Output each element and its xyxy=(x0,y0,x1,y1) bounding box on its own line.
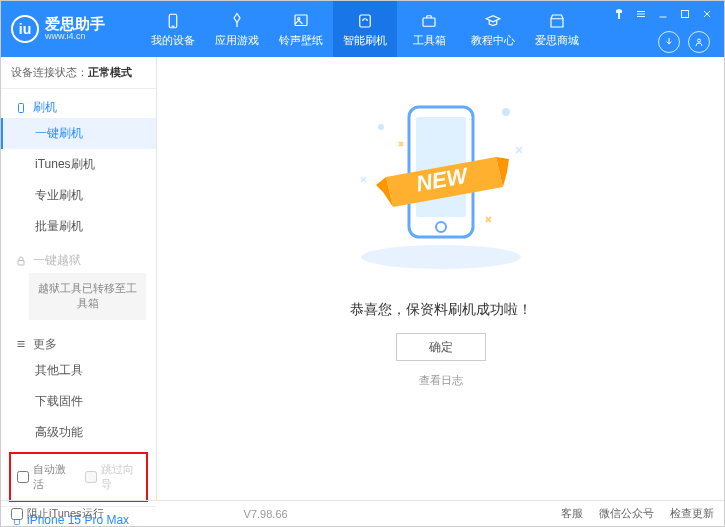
sidebar: 设备连接状态：正常模式 刷机 一键刷机 iTunes刷机 专业刷机 批量刷机 一… xyxy=(1,57,157,500)
ok-button[interactable]: 确定 xyxy=(396,333,486,361)
status-label: 设备连接状态： xyxy=(11,66,88,78)
svg-rect-5 xyxy=(360,15,371,27)
svg-point-14 xyxy=(698,39,701,42)
sidebar-item-advanced[interactable]: 高级功能 xyxy=(1,417,156,448)
svg-point-21 xyxy=(361,245,521,269)
view-log-link[interactable]: 查看日志 xyxy=(419,373,463,388)
nav-apps-games[interactable]: 应用游戏 xyxy=(205,1,269,57)
status-value: 正常模式 xyxy=(88,66,132,78)
success-message: 恭喜您，保资料刷机成功啦！ xyxy=(350,301,532,319)
svg-rect-15 xyxy=(19,103,24,112)
nav-label: 应用游戏 xyxy=(215,33,259,48)
phone-icon xyxy=(15,102,27,114)
refresh-icon xyxy=(355,11,375,31)
header-actions xyxy=(658,31,710,53)
checkbox-auto-activate[interactable]: 自动激活 xyxy=(17,462,73,492)
success-illustration: NEW xyxy=(331,87,551,287)
lock-icon xyxy=(15,255,27,267)
close-icon[interactable] xyxy=(700,7,714,21)
svg-point-22 xyxy=(378,124,384,130)
nav-label: 智能刷机 xyxy=(343,33,387,48)
svg-point-23 xyxy=(502,108,510,116)
skin-icon[interactable] xyxy=(612,7,626,21)
sidebar-item-oneclick-flash[interactable]: 一键刷机 xyxy=(1,118,156,149)
sidebar-item-batch-flash[interactable]: 批量刷机 xyxy=(1,211,156,242)
sidebar-item-other-tools[interactable]: 其他工具 xyxy=(1,355,156,386)
checkbox-highlight-box: 自动激活 跳过向导 xyxy=(9,452,148,502)
nav-ringtones[interactable]: 铃声壁纸 xyxy=(269,1,333,57)
main-content: NEW 恭喜您，保资料刷机成功啦！ 确定 查看日志 xyxy=(157,57,724,500)
svg-rect-3 xyxy=(295,15,307,26)
nav-store[interactable]: 爱思商城 xyxy=(525,1,589,57)
maximize-icon[interactable] xyxy=(678,7,692,21)
nav-tutorials[interactable]: 教程中心 xyxy=(461,1,525,57)
menu-icon[interactable] xyxy=(634,7,648,21)
section-label: 一键越狱 xyxy=(33,252,81,269)
footer-check-update[interactable]: 检查更新 xyxy=(670,506,714,521)
cb-label: 自动激活 xyxy=(33,462,73,492)
nav-my-device[interactable]: 我的设备 xyxy=(141,1,205,57)
footer-wechat[interactable]: 微信公众号 xyxy=(599,506,654,521)
phone-icon xyxy=(163,11,183,31)
nav-label: 教程中心 xyxy=(471,33,515,48)
list-icon xyxy=(15,338,27,350)
app-header: iu 爱思助手 www.i4.cn 我的设备 应用游戏 铃声壁纸 智能刷机 xyxy=(1,1,724,57)
nav-label: 铃声壁纸 xyxy=(279,33,323,48)
section-more[interactable]: 更多 xyxy=(1,330,156,355)
section-jailbreak: 一键越狱 xyxy=(1,246,156,271)
window-controls xyxy=(612,7,714,21)
cb-label: 跳过向导 xyxy=(101,462,141,492)
sidebar-item-download-firmware[interactable]: 下载固件 xyxy=(1,386,156,417)
app-subtitle: www.i4.cn xyxy=(45,32,105,42)
section-flash[interactable]: 刷机 xyxy=(1,93,156,118)
section-label: 刷机 xyxy=(33,99,57,116)
nav-label: 爱思商城 xyxy=(535,33,579,48)
checkbox-block-itunes[interactable]: 阻止iTunes运行 xyxy=(11,506,104,521)
app-title: 爱思助手 xyxy=(45,16,105,33)
svg-rect-11 xyxy=(682,11,689,18)
graduation-icon xyxy=(483,11,503,31)
minimize-icon[interactable] xyxy=(656,7,670,21)
nav-label: 工具箱 xyxy=(413,33,446,48)
logo: iu 爱思助手 www.i4.cn xyxy=(11,15,141,43)
briefcase-icon xyxy=(419,11,439,31)
section-label: 更多 xyxy=(33,336,57,353)
sidebar-item-itunes-flash[interactable]: iTunes刷机 xyxy=(1,149,156,180)
cb-label: 阻止iTunes运行 xyxy=(27,506,104,521)
footer: 阻止iTunes运行 V7.98.66 客服 微信公众号 检查更新 xyxy=(1,500,724,526)
checkbox-skip-setup[interactable]: 跳过向导 xyxy=(85,462,141,492)
download-button[interactable] xyxy=(658,31,680,53)
footer-support[interactable]: 客服 xyxy=(561,506,583,521)
top-nav: 我的设备 应用游戏 铃声壁纸 智能刷机 工具箱 教程中心 xyxy=(141,1,589,57)
jailbreak-note: 越狱工具已转移至工具箱 xyxy=(29,273,146,320)
svg-rect-6 xyxy=(423,18,435,26)
store-icon xyxy=(547,11,567,31)
rocket-icon xyxy=(227,11,247,31)
sidebar-item-pro-flash[interactable]: 专业刷机 xyxy=(1,180,156,211)
user-button[interactable] xyxy=(688,31,710,53)
nav-label: 我的设备 xyxy=(151,33,195,48)
logo-icon: iu xyxy=(11,15,39,43)
image-icon xyxy=(291,11,311,31)
nav-flash[interactable]: 智能刷机 xyxy=(333,1,397,57)
device-status: 设备连接状态：正常模式 xyxy=(1,57,156,89)
app-version: V7.98.66 xyxy=(244,508,288,520)
nav-toolbox[interactable]: 工具箱 xyxy=(397,1,461,57)
svg-rect-16 xyxy=(18,260,24,265)
